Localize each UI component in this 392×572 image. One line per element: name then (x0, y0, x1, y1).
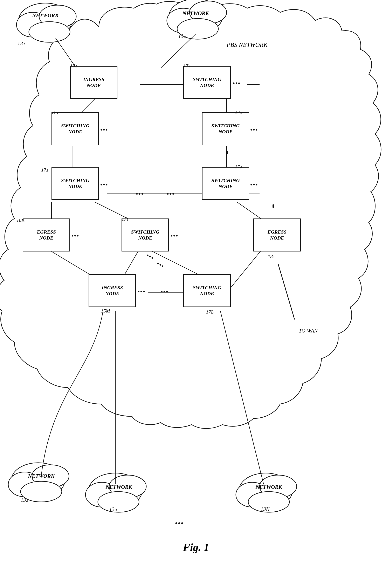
switching-node-6: SWITCHING NODE (202, 167, 249, 200)
switching-node-l: SWITCHING NODE (183, 274, 231, 307)
dots-switching-1-right: ••• (100, 127, 108, 133)
dots-center-1: ••• (136, 191, 144, 197)
switching-2-id: 17₂ (41, 167, 48, 173)
network-4-label: NETWORK (179, 10, 212, 16)
dots-switching-5-6-vert: ••• (224, 150, 231, 153)
dots-ingress-m-right-1: ••• (138, 288, 145, 295)
to-wan-label: TO WAN (299, 328, 318, 334)
switching-node-5: SWITCHING NODE (202, 112, 249, 145)
dots-switching-6-right: ••• (250, 181, 258, 188)
switching-node-2: SWITCHING NODE (51, 167, 99, 200)
switching-node-1: SWITCHING NODE (51, 112, 99, 145)
svg-point-3 (29, 22, 70, 42)
svg-point-15 (98, 492, 139, 512)
network-n-id: 13N (261, 506, 270, 512)
dots-switching-3-right: ••• (171, 233, 178, 239)
ingress-1-id: 15₁ (70, 63, 77, 69)
network-3-label: NETWORK (102, 484, 135, 490)
switching-node-3: SWITCHING NODE (121, 219, 169, 252)
network-4-id: 13₄ (178, 33, 186, 39)
network-3-id: 13₃ (109, 506, 117, 512)
dots-egress-k-right: ••• (72, 233, 79, 239)
switching-l-id: 17L (206, 309, 214, 315)
egress-node-k: EGRESS NODE (23, 219, 70, 252)
network-1-label: NETWORK (29, 12, 62, 18)
egress-k-id: 18K (16, 218, 25, 223)
network-2-label: NETWORK (25, 473, 58, 479)
ingress-node-1: INGRESS NODE (70, 66, 117, 99)
egress-1-id: 18₁ (268, 254, 275, 259)
dots-center-2: ••• (167, 191, 175, 197)
ingress-node-m: INGRESS NODE (89, 274, 136, 307)
pbs-network-label: PBS NETWORK (226, 41, 268, 48)
switching-node-4: SWITCHING NODE (183, 66, 231, 99)
switching-4-id: 17₄ (183, 63, 190, 69)
ingress-m-id: 15M (101, 308, 110, 314)
dots-switching-5-right: ••• (250, 127, 258, 133)
fig-label: Fig. 1 (183, 541, 209, 554)
dots-switching-4-right: ••• (233, 80, 241, 87)
dots-ingress-m-right-2: ••• (161, 288, 168, 295)
egress-node-1: EGRESS NODE (253, 219, 301, 252)
dots-switching-2-right: ••• (100, 181, 108, 188)
switching-5-id: 17₅ (235, 109, 242, 115)
switching-6-id: 17₆ (235, 164, 242, 170)
switching-3-id: 17₃ (121, 216, 129, 222)
dots-bottom-center: ••• (175, 519, 184, 527)
network-n-label: NETWORK (252, 484, 285, 490)
diagram-container: PBS NETWORK NETWORK 13₁ NETWORK 13₄ INGR… (0, 0, 392, 572)
network-1-id: 13₁ (17, 40, 25, 47)
dots-egress-1-vert: ••• (270, 204, 276, 207)
network-2-id: 13₂ (21, 497, 28, 503)
switching-1-id: 17₁ (51, 109, 59, 115)
